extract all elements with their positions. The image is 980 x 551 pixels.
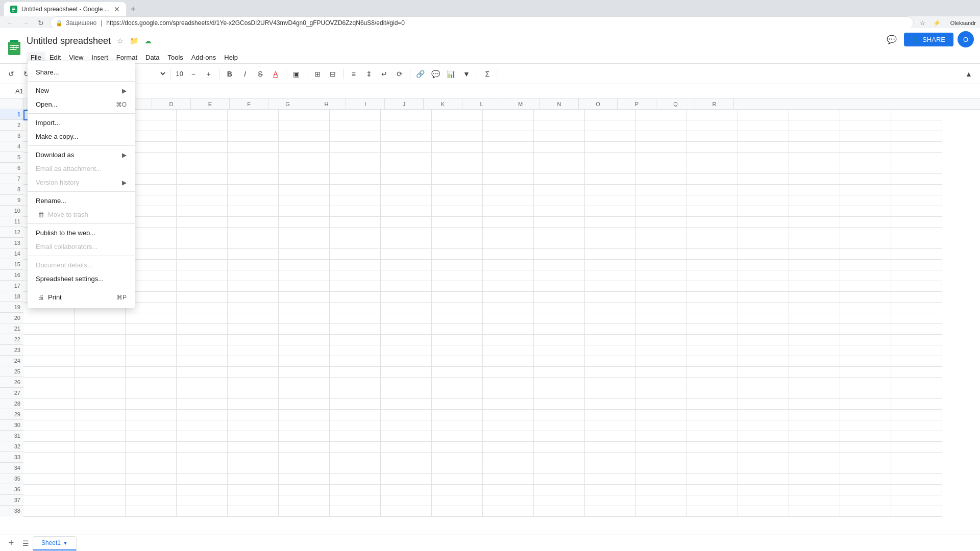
cell-J8[interactable] (483, 185, 534, 195)
cell-F2[interactable] (279, 120, 330, 131)
cell-G15[interactable] (330, 260, 381, 270)
cell-G25[interactable] (330, 367, 381, 378)
cell-O25[interactable] (738, 367, 789, 378)
cell-H26[interactable] (381, 378, 432, 388)
cell-N34[interactable] (687, 463, 738, 474)
cell-N28[interactable] (687, 399, 738, 410)
cell-O13[interactable] (738, 238, 789, 249)
formula-input[interactable] (53, 87, 976, 95)
cell-K15[interactable] (534, 260, 585, 270)
cell-R14[interactable] (891, 249, 942, 260)
cell-N36[interactable] (687, 485, 738, 495)
cell-K25[interactable] (534, 367, 585, 378)
cell-M27[interactable] (636, 388, 687, 399)
cell-M10[interactable] (636, 206, 687, 217)
cell-F31[interactable] (279, 431, 330, 442)
cell-M38[interactable] (636, 506, 687, 517)
cell-B20[interactable] (75, 313, 126, 324)
cell-K18[interactable] (534, 292, 585, 303)
cell-M5[interactable] (636, 153, 687, 163)
cell-F17[interactable] (279, 281, 330, 292)
cell-J26[interactable] (483, 378, 534, 388)
cell-N2[interactable] (687, 120, 738, 131)
cell-H38[interactable] (381, 506, 432, 517)
cell-H16[interactable] (381, 270, 432, 281)
cell-O4[interactable] (738, 142, 789, 153)
cell-J22[interactable] (483, 335, 534, 345)
cell-M4[interactable] (636, 142, 687, 153)
cell-N32[interactable] (687, 442, 738, 453)
col-header-E[interactable]: E (191, 98, 230, 109)
cell-E30[interactable] (228, 420, 279, 431)
cell-H12[interactable] (381, 228, 432, 238)
cell-O6[interactable] (738, 163, 789, 174)
cell-Q5[interactable] (840, 153, 891, 163)
cell-C27[interactable] (126, 388, 177, 399)
cell-L21[interactable] (585, 324, 636, 335)
cell-J23[interactable] (483, 345, 534, 356)
cell-D12[interactable] (177, 228, 228, 238)
cell-D17[interactable] (177, 281, 228, 292)
cell-O32[interactable] (738, 442, 789, 453)
cell-I32[interactable] (432, 442, 483, 453)
cell-D33[interactable] (177, 453, 228, 463)
cell-B38[interactable] (75, 506, 126, 517)
cell-G8[interactable] (330, 185, 381, 195)
cell-O20[interactable] (738, 313, 789, 324)
cell-H20[interactable] (381, 313, 432, 324)
cell-H25[interactable] (381, 367, 432, 378)
cell-P16[interactable] (789, 270, 840, 281)
cell-L27[interactable] (585, 388, 636, 399)
cell-L28[interactable] (585, 399, 636, 410)
cell-I3[interactable] (432, 131, 483, 142)
cell-O28[interactable] (738, 399, 789, 410)
cell-A37[interactable] (23, 495, 75, 506)
cell-D18[interactable] (177, 292, 228, 303)
cell-R21[interactable] (891, 324, 942, 335)
cell-R24[interactable] (891, 356, 942, 367)
cell-P19[interactable] (789, 303, 840, 313)
cell-H28[interactable] (381, 399, 432, 410)
cell-L13[interactable] (585, 238, 636, 249)
cell-Q24[interactable] (840, 356, 891, 367)
cell-Q29[interactable] (840, 410, 891, 420)
cell-G3[interactable] (330, 131, 381, 142)
cell-N24[interactable] (687, 356, 738, 367)
cell-E15[interactable] (228, 260, 279, 270)
add-sheet-button[interactable]: + (4, 536, 18, 550)
cell-P31[interactable] (789, 431, 840, 442)
cell-N27[interactable] (687, 388, 738, 399)
menu-addons[interactable]: Add-ons (187, 52, 220, 63)
cell-K23[interactable] (534, 345, 585, 356)
cell-G36[interactable] (330, 485, 381, 495)
cell-E5[interactable] (228, 153, 279, 163)
cell-D38[interactable] (177, 506, 228, 517)
cell-F34[interactable] (279, 463, 330, 474)
cell-O33[interactable] (738, 453, 789, 463)
cell-N18[interactable] (687, 292, 738, 303)
cell-J28[interactable] (483, 399, 534, 410)
cell-P4[interactable] (789, 142, 840, 153)
cell-H5[interactable] (381, 153, 432, 163)
cell-R38[interactable] (891, 506, 942, 517)
cell-M33[interactable] (636, 453, 687, 463)
cell-I20[interactable] (432, 313, 483, 324)
cell-G11[interactable] (330, 217, 381, 228)
cell-G19[interactable] (330, 303, 381, 313)
cell-P15[interactable] (789, 260, 840, 270)
cell-E8[interactable] (228, 185, 279, 195)
cell-E26[interactable] (228, 378, 279, 388)
cell-H21[interactable] (381, 324, 432, 335)
cell-O31[interactable] (738, 431, 789, 442)
cell-G37[interactable] (330, 495, 381, 506)
cell-G28[interactable] (330, 399, 381, 410)
cell-L35[interactable] (585, 474, 636, 485)
cell-L17[interactable] (585, 281, 636, 292)
cell-D36[interactable] (177, 485, 228, 495)
cell-M34[interactable] (636, 463, 687, 474)
cell-G29[interactable] (330, 410, 381, 420)
cell-O9[interactable] (738, 195, 789, 206)
cell-O23[interactable] (738, 345, 789, 356)
cell-D14[interactable] (177, 249, 228, 260)
cell-A27[interactable] (23, 388, 75, 399)
